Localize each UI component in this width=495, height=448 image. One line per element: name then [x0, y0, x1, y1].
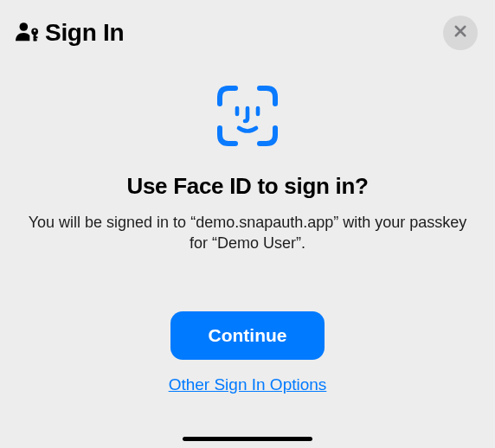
home-indicator[interactable]: [183, 437, 312, 441]
sheet-title: Sign In: [45, 19, 124, 47]
svg-point-2: [34, 29, 35, 31]
faceid-icon: [216, 85, 279, 150]
close-icon: [453, 23, 468, 42]
prompt-body: You will be signed in to “demo.snapauth.…: [24, 212, 471, 254]
prompt-title: Use Face ID to sign in?: [24, 173, 471, 200]
svg-rect-4: [34, 36, 38, 38]
continue-button[interactable]: Continue: [170, 311, 325, 360]
person-passkey-icon: [16, 21, 40, 45]
sheet-header: Sign In: [0, 0, 495, 50]
svg-rect-5: [34, 39, 37, 41]
actions: Continue Other Sign In Options: [24, 311, 471, 394]
svg-point-0: [20, 22, 29, 31]
close-button[interactable]: [443, 16, 478, 50]
sheet-content: Use Face ID to sign in? You will be sign…: [0, 85, 495, 394]
header-left: Sign In: [16, 19, 124, 47]
faceid-icon-wrap: [24, 85, 471, 150]
other-sign-in-options-link[interactable]: Other Sign In Options: [169, 375, 327, 394]
